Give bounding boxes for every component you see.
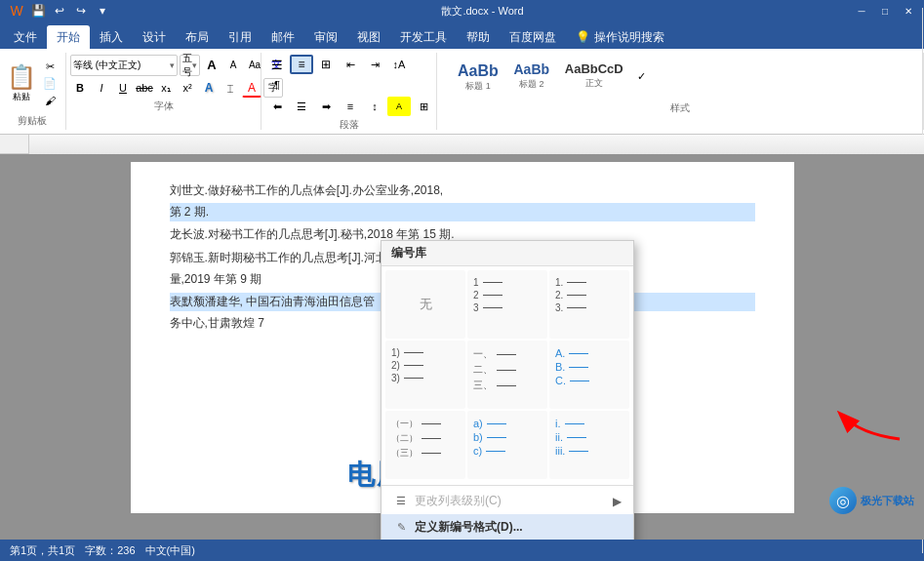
shading-button[interactable]: A bbox=[387, 97, 411, 116]
tab-baidu[interactable]: 百度网盘 bbox=[500, 25, 566, 49]
tab-view[interactable]: 视图 bbox=[347, 25, 390, 49]
language: 中文(中国) bbox=[145, 543, 195, 558]
style-normal-label: 正文 bbox=[585, 77, 603, 90]
styles-expand-button[interactable]: ✓ bbox=[632, 66, 652, 86]
dropdown-divider-1 bbox=[382, 485, 633, 486]
ribbon-group-styles: AaBb 标题 1 AaBb 标题 2 AaBbCcD 正文 ✓ 样式 bbox=[437, 53, 924, 130]
tab-layout[interactable]: 布局 bbox=[176, 25, 219, 49]
ribbon-group-clipboard: 📋 粘贴 ✂ 📄 🖌 剪贴板 bbox=[0, 53, 66, 130]
word-icon: W bbox=[8, 2, 25, 20]
ribbon-content: 📋 粘贴 ✂ 📄 🖌 剪贴板 等线 (中文正文) ▾ bbox=[0, 49, 924, 135]
tab-file[interactable]: 文件 bbox=[4, 25, 47, 49]
italic-button[interactable]: I bbox=[92, 78, 111, 98]
sort-button[interactable]: ↕A bbox=[387, 55, 411, 74]
numbering-button[interactable]: ≡ bbox=[290, 55, 313, 74]
numbering-roman-lower[interactable]: i. ii. iii. bbox=[549, 411, 629, 479]
numbering-123-dash[interactable]: 1 2 3 bbox=[467, 270, 547, 339]
customize-quick-access[interactable]: ▾ bbox=[94, 2, 111, 20]
tab-mailings[interactable]: 邮件 bbox=[261, 25, 304, 49]
numbering-chinese[interactable]: 一、 二、 三、 bbox=[467, 341, 547, 409]
subscript-button[interactable]: x₁ bbox=[156, 78, 176, 98]
ruler-container bbox=[0, 135, 924, 154]
ruler bbox=[29, 135, 924, 154]
font-size-selector[interactable]: 五号 ▾ bbox=[180, 55, 200, 76]
tab-review[interactable]: 审阅 bbox=[304, 25, 347, 49]
title-bar-left: W 💾 ↩ ↪ ▾ bbox=[8, 2, 111, 20]
style-heading2[interactable]: AaBb 标题 2 bbox=[507, 59, 556, 94]
style-normal[interactable]: AaBbCcD 正文 bbox=[560, 59, 628, 93]
logo-icon: ◎ bbox=[829, 487, 857, 514]
copy-button[interactable]: 📄 bbox=[39, 76, 60, 92]
minimize-button[interactable]: ─ bbox=[854, 3, 869, 19]
numbering-dropdown: 编号库 无 1 2 3 1. 2. 3. 1) 2) 3) bbox=[381, 240, 634, 540]
multilevel-list-button[interactable]: ⊞ bbox=[314, 55, 338, 74]
styles-panel: AaBb 标题 1 AaBb 标题 2 AaBbCcD 正文 ✓ bbox=[445, 55, 660, 100]
style-heading1-preview: AaBb bbox=[458, 61, 499, 80]
cut-button[interactable]: ✂ bbox=[39, 60, 60, 75]
style-heading2-preview: AaBb bbox=[514, 61, 550, 78]
clipboard-actions: ✂ 📄 🖌 bbox=[39, 60, 60, 108]
justify-button[interactable]: ≡ bbox=[339, 97, 362, 116]
tab-developer[interactable]: 开发工具 bbox=[390, 25, 457, 49]
doc-line-1: 刘世文.做好秘书工作的几点体会[J].办公室业务,2018, bbox=[170, 181, 755, 200]
style-heading1-label: 标题 1 bbox=[465, 80, 491, 93]
word-count: 字数：236 bbox=[85, 543, 135, 558]
document-title: 散文.docx - Word bbox=[441, 5, 523, 17]
title-center: 散文.docx - Word bbox=[111, 4, 854, 19]
bullets-button[interactable]: ☰ bbox=[265, 55, 289, 74]
define-new-item[interactable]: ✎ 定义新编号格式(D)... bbox=[382, 514, 633, 540]
change-level-arrow: ▶ bbox=[613, 495, 622, 508]
border-button[interactable]: ⊞ bbox=[412, 97, 435, 116]
restore-button[interactable]: □ bbox=[877, 3, 893, 19]
text-effect-button[interactable]: A bbox=[199, 78, 219, 98]
font-grow-button[interactable]: A bbox=[202, 55, 221, 74]
line-spacing-button[interactable]: ↕ bbox=[363, 97, 386, 116]
text-highlight-button[interactable]: ⌶ bbox=[221, 78, 240, 98]
logo-bottom-right: ◎ 极光下载站 bbox=[829, 487, 914, 514]
align-right-button[interactable]: ➡ bbox=[314, 97, 338, 116]
font-shrink-button[interactable]: A bbox=[223, 55, 243, 74]
numbering-abc-lower[interactable]: a) b) c) bbox=[467, 411, 547, 479]
redo-button[interactable]: ↪ bbox=[72, 2, 90, 20]
text-color-button[interactable]: A bbox=[242, 78, 261, 98]
align-center-button[interactable]: ☰ bbox=[290, 97, 313, 116]
tab-help[interactable]: 帮助 bbox=[457, 25, 500, 49]
doc-line-2: 第 2 期. bbox=[170, 203, 755, 221]
logo-text: 极光下载站 bbox=[861, 494, 914, 508]
superscript-button[interactable]: x² bbox=[178, 78, 197, 98]
numbering-header: 编号库 bbox=[382, 241, 633, 266]
clipboard-label: 剪贴板 bbox=[18, 114, 47, 128]
style-heading2-label: 标题 2 bbox=[519, 78, 544, 91]
numbering-abc[interactable]: A. B. C. bbox=[549, 341, 629, 409]
format-painter-button[interactable]: 🖌 bbox=[39, 93, 60, 108]
tab-home[interactable]: 开始 bbox=[47, 25, 90, 49]
tab-search[interactable]: 💡 操作说明搜索 bbox=[566, 25, 674, 49]
show-marks-button[interactable]: ¶ bbox=[265, 75, 289, 95]
tab-design[interactable]: 设计 bbox=[133, 25, 176, 49]
undo-button[interactable]: ↩ bbox=[51, 2, 68, 20]
title-bar: W 💾 ↩ ↪ ▾ 散文.docx - Word ─ □ ✕ bbox=[0, 0, 924, 21]
page-info: 第1页，共1页 bbox=[10, 543, 75, 558]
numbering-123-dot[interactable]: 1. 2. 3. bbox=[549, 270, 629, 339]
style-heading1[interactable]: AaBb 标题 1 bbox=[453, 59, 503, 96]
close-button[interactable]: ✕ bbox=[901, 3, 916, 19]
save-button[interactable]: 💾 bbox=[29, 2, 47, 20]
paste-button[interactable]: 📋 粘贴 bbox=[4, 60, 39, 107]
numbering-123-paren[interactable]: 1) 2) 3) bbox=[385, 341, 465, 409]
decrease-indent-button[interactable]: ⇤ bbox=[339, 55, 362, 74]
tab-insert[interactable]: 插入 bbox=[90, 25, 133, 49]
lightbulb-icon: 💡 bbox=[576, 30, 590, 44]
strikethrough-button[interactable]: abc bbox=[135, 78, 154, 98]
paragraph-label: 段落 bbox=[265, 118, 432, 132]
numbering-none[interactable]: 无 bbox=[385, 270, 465, 339]
font-name-selector[interactable]: 等线 (中文正文) ▾ bbox=[70, 55, 178, 76]
bold-button[interactable]: B bbox=[70, 78, 90, 98]
change-level-item[interactable]: ☰ 更改列表级别(C) ▶ bbox=[382, 488, 633, 514]
tab-references[interactable]: 引用 bbox=[219, 25, 261, 49]
underline-button[interactable]: U bbox=[113, 78, 133, 98]
increase-indent-button[interactable]: ⇥ bbox=[363, 55, 386, 74]
document-area: 刘世文.做好秘书工作的几点体会[J].办公室业务,2018, 第 2 期. 龙长… bbox=[0, 154, 924, 540]
numbering-fullwidth-paren[interactable]: （一） （二） （三） bbox=[385, 411, 465, 479]
numbering-grid: 无 1 2 3 1. 2. 3. 1) 2) 3) 一、 bbox=[382, 266, 633, 483]
align-left-button[interactable]: ⬅ bbox=[265, 97, 289, 116]
